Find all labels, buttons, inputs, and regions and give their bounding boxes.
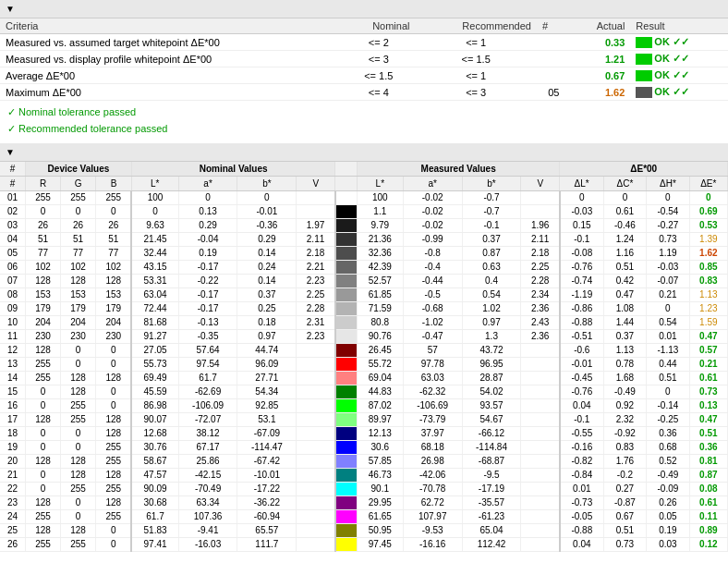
row-Lmeas: 69.04 xyxy=(357,371,403,385)
row-G: 179 xyxy=(61,301,96,315)
row-Lmeas: 12.13 xyxy=(357,426,403,440)
row-dL: -0.51 xyxy=(560,329,603,343)
row-num: 01 xyxy=(0,190,25,204)
row-dC: -0.2 xyxy=(603,468,646,482)
summary-actual: 0.33 xyxy=(571,34,631,51)
row-dC: 0.78 xyxy=(603,357,646,371)
row-G: 0 xyxy=(61,343,96,357)
row-Lmeas: 32.36 xyxy=(357,246,403,260)
row-dH: 0.01 xyxy=(647,329,689,343)
row-num: 02 xyxy=(0,204,25,218)
row-R: 255 xyxy=(25,357,60,371)
row-Lstar: 51.83 xyxy=(131,523,178,537)
row-dE: 0.83 xyxy=(689,274,727,288)
row-dE: 0.85 xyxy=(689,260,727,274)
summary-table: Criteria Nominal Recommended # Actual Re… xyxy=(0,18,728,101)
row-R: 230 xyxy=(25,329,60,343)
col-am: a* xyxy=(403,176,462,190)
row-G: 230 xyxy=(61,329,96,343)
overview-table: # Device Values Nominal Values Measured … xyxy=(0,162,728,552)
row-dC: -0.46 xyxy=(603,218,646,232)
row-bnom: 92.85 xyxy=(237,398,297,412)
row-dH: 0.03 xyxy=(647,537,689,551)
row-dC: 1.16 xyxy=(603,246,646,260)
row-dL: 0.04 xyxy=(560,537,603,551)
row-dC: -0.49 xyxy=(603,385,646,398)
row-bmeas: 0.4 xyxy=(462,274,521,288)
row-bnom: -67.42 xyxy=(237,454,297,468)
row-G: 255 xyxy=(61,482,96,495)
row-bnom: -36.22 xyxy=(237,495,297,509)
row-dH: 0.52 xyxy=(647,454,689,468)
row-B: 230 xyxy=(96,329,132,343)
row-B: 128 xyxy=(96,274,132,288)
overview-row: 13 255 0 0 55.73 97.54 96.09 55.72 97.78… xyxy=(0,357,728,371)
row-R: 255 xyxy=(25,190,60,204)
row-dH: 0.05 xyxy=(647,509,689,523)
row-anom: 0.29 xyxy=(178,218,237,232)
row-swatch xyxy=(335,412,358,426)
row-bnom: 0.29 xyxy=(237,232,297,246)
summary-nominal: <= 2 xyxy=(342,34,415,51)
row-dL: -0.88 xyxy=(560,315,603,329)
row-Lmeas: 9.79 xyxy=(357,218,403,232)
row-B: 77 xyxy=(96,246,132,260)
row-Vmeas: 2.25 xyxy=(521,260,560,274)
row-ameas: 26.98 xyxy=(403,454,462,468)
row-dL: -0.45 xyxy=(560,371,603,385)
row-num: 13 xyxy=(0,357,25,371)
row-B: 0 xyxy=(96,523,132,537)
row-swatch xyxy=(335,398,358,412)
row-num: 12 xyxy=(0,343,25,357)
row-V xyxy=(297,495,335,509)
row-dC: 1.13 xyxy=(603,343,646,357)
row-V: 2.11 xyxy=(297,232,335,246)
summary-hash xyxy=(537,34,571,51)
row-dE: 0.13 xyxy=(689,398,727,412)
row-dL: -0.55 xyxy=(560,426,603,440)
row-Vmeas: 2.11 xyxy=(521,232,560,246)
row-dE: 0.69 xyxy=(689,204,727,218)
summary-actual: 0.67 xyxy=(571,67,631,84)
row-R: 0 xyxy=(25,482,60,495)
row-num: 15 xyxy=(0,385,25,398)
row-bmeas: 112.42 xyxy=(462,537,521,551)
row-Vmeas xyxy=(521,412,560,426)
row-Lstar: 30.68 xyxy=(131,495,178,509)
row-Vmeas xyxy=(521,523,560,537)
row-anom: 97.54 xyxy=(178,357,237,371)
tolerance-note-nominal: ✓ Nominal tolerance passed xyxy=(7,104,721,121)
row-swatch xyxy=(335,371,358,385)
row-dE: 0 xyxy=(689,190,727,204)
row-swatch xyxy=(335,357,358,371)
row-V xyxy=(297,468,335,482)
row-Lmeas: 42.39 xyxy=(357,260,403,274)
row-dH: -0.49 xyxy=(647,468,689,482)
row-G: 77 xyxy=(61,246,96,260)
row-ameas: 62.72 xyxy=(403,495,462,509)
row-bmeas: -17.19 xyxy=(462,482,521,495)
row-Lstar: 47.57 xyxy=(131,468,178,482)
row-V xyxy=(297,343,335,357)
row-ameas: -0.44 xyxy=(403,274,462,288)
row-bnom: 0.14 xyxy=(237,274,297,288)
summary-section: ▼ Criteria Nominal Recommended # Actual … xyxy=(0,0,728,143)
row-dH: 0.36 xyxy=(647,426,689,440)
row-B: 51 xyxy=(96,232,132,246)
row-bnom: -114.47 xyxy=(237,440,297,454)
col-dL: ΔL* xyxy=(560,176,603,190)
row-num: 11 xyxy=(0,329,25,343)
row-Lstar: 63.04 xyxy=(131,288,178,301)
row-R: 179 xyxy=(25,301,60,315)
row-G: 128 xyxy=(61,274,96,288)
row-G: 0 xyxy=(61,204,96,218)
col-num-gh: # xyxy=(0,162,25,177)
row-dH: 0.19 xyxy=(647,523,689,537)
row-dC: 0.42 xyxy=(603,274,646,288)
row-num: 22 xyxy=(0,482,25,495)
row-Vmeas: 2.34 xyxy=(521,288,560,301)
row-V xyxy=(297,440,335,454)
row-dL: -0.01 xyxy=(560,357,603,371)
row-R: 0 xyxy=(25,204,60,218)
row-bnom: 53.1 xyxy=(237,412,297,426)
